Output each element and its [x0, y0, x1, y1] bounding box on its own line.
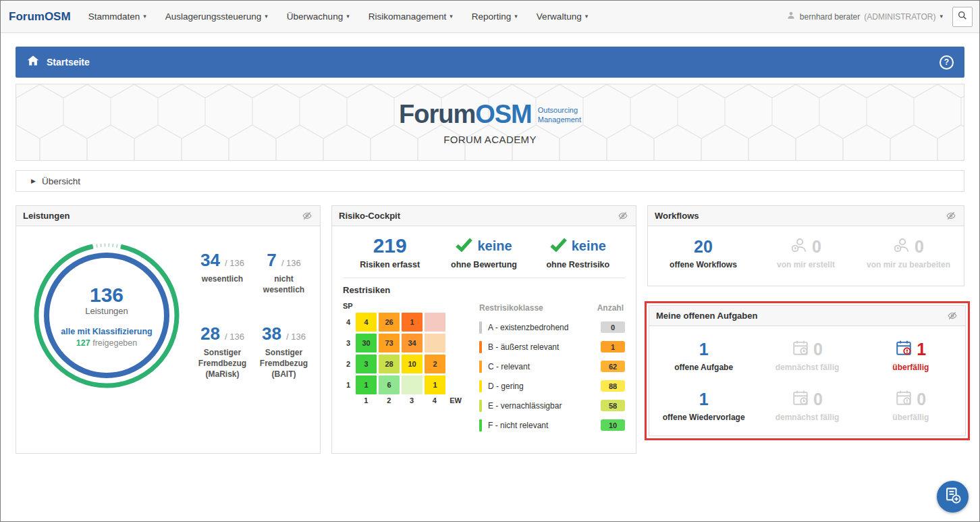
chevron-down-icon: ▾ — [940, 14, 943, 20]
user-role: (ADMINISTRATOR) — [864, 12, 935, 22]
user-name: bernhard berater — [800, 12, 860, 22]
stat-label: offene Workflows — [652, 260, 755, 269]
search-button[interactable] — [952, 7, 973, 27]
stat-value: 1 — [917, 341, 926, 358]
menu-ueberwachung[interactable]: Überwachung▾ — [287, 11, 350, 22]
matrix-cell: 3 — [356, 355, 377, 373]
tagline-line2: Management — [538, 115, 581, 124]
class-color-stripe — [479, 419, 482, 432]
panel-workflows: Workflows 20 offene Workflows 0 von mir … — [647, 205, 964, 286]
y-axis-label: SP — [343, 302, 462, 313]
count-badge: 88 — [601, 380, 625, 392]
class-label: D - gering — [488, 382, 601, 391]
table-header-klasse: Restrisikoklasse — [479, 303, 543, 313]
user-menu[interactable]: bernhard berater (ADMINISTRATOR) ▾ — [786, 11, 943, 22]
menu-risikomanagement[interactable]: Risikomanagement▾ — [369, 11, 453, 22]
menu-stammdaten[interactable]: Stammdaten▾ — [88, 11, 146, 22]
panel-workflows-header: Workflows — [648, 206, 964, 226]
matrix-cell: 10 — [402, 355, 423, 373]
matrix-cell: 1 — [425, 375, 445, 394]
panel-title: Workflows — [655, 211, 699, 221]
kpi-value: 219 — [343, 234, 437, 258]
leistungen-donut-chart: 136 Leistungen alle mit Klassifizierung … — [22, 237, 192, 394]
stat-of-total: / 136 — [225, 258, 244, 268]
class-label: B - äußerst relevant — [488, 342, 601, 352]
row-label: 3 — [343, 339, 354, 347]
leistungen-total-label: Leistungen — [85, 306, 128, 316]
matrix-cell — [425, 313, 445, 332]
stat-label: offene Wiedervorlage — [652, 413, 755, 422]
application-window: ForumOSM Stammdaten▾ Auslagerungssteueru… — [0, 0, 980, 522]
table-row: F - nicht relevant 10 — [479, 415, 625, 435]
calendar-alert-icon — [895, 339, 913, 359]
restrisikoklasse-table: Restrisikoklasse Anzahl A - existenzbedr… — [479, 302, 625, 435]
class-label: A - existenzbedrohend — [488, 323, 601, 332]
hide-panel-icon[interactable] — [946, 311, 958, 321]
menu-reporting[interactable]: Reporting▾ — [472, 11, 518, 22]
stat-value: 0 — [915, 238, 924, 255]
col-label: 1 — [356, 396, 377, 404]
panel-aufgaben-header: Meine offenen Aufgaben — [649, 306, 965, 326]
help-icon[interactable]: ? — [940, 55, 954, 70]
matrix-cell: 1 — [356, 375, 377, 394]
table-header-anzahl: Anzahl — [597, 303, 624, 313]
home-icon[interactable] — [26, 54, 40, 70]
user-edit-icon — [893, 236, 910, 257]
stat-label: nicht wesentlich — [253, 273, 315, 295]
user-created-icon — [790, 236, 808, 257]
stat-value: 1 — [699, 391, 709, 408]
stat-label: demnächst fällig — [755, 413, 859, 422]
stat-aufgabe-demnaechst-faellig: 0 demnächst fällig — [755, 338, 859, 372]
col-label: 2 — [379, 396, 400, 404]
stat-label: Sonstiger Fremdbezug (MaRisk) — [192, 347, 253, 380]
count-badge: 1 — [601, 341, 625, 353]
stat-nicht-wesentlich: 7 / 136 nicht wesentlich — [253, 251, 315, 295]
stat-label: überfällig — [859, 363, 962, 372]
class-color-stripe — [479, 361, 482, 373]
panel-title: Risiko-Cockpit — [339, 211, 400, 221]
stat-wesentlich: 34 / 136 wesentlich — [192, 251, 253, 295]
stat-value: 0 — [813, 391, 823, 408]
chevron-down-icon: ▾ — [450, 14, 453, 20]
hide-panel-icon[interactable] — [945, 211, 957, 221]
stat-label: von mir zu bearbeiten — [857, 260, 960, 269]
kpi-risiken-erfasst: 219 Risiken erfasst — [343, 234, 437, 269]
stat-value: 0 — [917, 391, 926, 408]
app-logo[interactable]: ForumOSM — [9, 10, 71, 24]
table-row: D - gering 88 — [479, 376, 625, 396]
stat-label: offene Aufgabe — [652, 363, 755, 372]
hero-brand-osm: OSM — [475, 100, 532, 129]
matrix-cell: 30 — [356, 334, 377, 353]
create-document-fab[interactable] — [937, 481, 969, 513]
released-line: 127 freigegeben — [76, 338, 137, 348]
overview-section-toggle[interactable]: ▶ Übersicht — [16, 170, 964, 192]
red-highlight-box: Meine offenen Aufgaben 1 offene Aufgabe … — [645, 301, 970, 440]
panel-leistungen-body: 136 Leistungen alle mit Klassifizierung … — [16, 226, 320, 404]
menu-auslagerungssteuerung[interactable]: Auslagerungssteuerung▾ — [165, 11, 268, 22]
count-badge: 0 — [601, 321, 625, 333]
menu-verwaltung[interactable]: Verwaltung▾ — [537, 11, 588, 22]
table-row: E - vernachlässigbar 58 — [479, 396, 625, 415]
stat-value: 0 — [812, 238, 821, 255]
kpi-ohne-restrisiko: keine ohne Restrisiko — [531, 234, 625, 269]
check-icon — [456, 238, 472, 255]
right-column: Workflows 20 offene Workflows 0 von mir … — [647, 205, 964, 440]
stat-value: 28 — [200, 323, 220, 344]
stat-value: 20 — [694, 238, 713, 255]
panel-risiko-body: 219 Risiken erfasst keine ohne Bewertung — [332, 226, 636, 443]
stat-value: 1 — [699, 341, 709, 358]
check-icon — [550, 238, 567, 255]
risiko-kpi-row: 219 Risiken erfasst keine ohne Bewertung — [343, 234, 625, 278]
matrix-cell: 28 — [379, 355, 400, 373]
tagline-line1: Outsourcing — [538, 106, 578, 114]
released-count: 127 — [76, 338, 90, 348]
chevron-down-icon: ▾ — [346, 14, 350, 20]
released-label: freigegeben — [92, 338, 137, 348]
kpi-value: keine — [477, 238, 512, 254]
hide-panel-icon[interactable] — [617, 211, 629, 221]
col-label: 4 — [424, 396, 445, 404]
class-color-stripe — [479, 321, 482, 334]
stat-value: 7 — [267, 250, 276, 270]
calendar-clock-icon — [792, 339, 809, 359]
hide-panel-icon[interactable] — [301, 211, 313, 221]
